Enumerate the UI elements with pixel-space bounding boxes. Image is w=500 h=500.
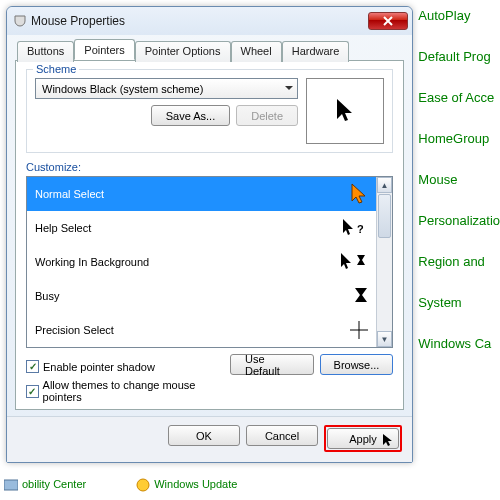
scroll-down-button[interactable]: ▼ bbox=[377, 331, 392, 347]
svg-text:?: ? bbox=[357, 223, 364, 235]
bg-link[interactable]: System bbox=[418, 295, 500, 310]
dialog-footer: OK Cancel Apply bbox=[7, 416, 412, 462]
enable-shadow-row[interactable]: ✓ Enable pointer shadow bbox=[26, 360, 230, 373]
control-panel-links: AutoPlay Default Prog Ease of Acce HomeG… bbox=[418, 0, 500, 351]
close-button[interactable] bbox=[368, 12, 408, 30]
customize-label: Customize: bbox=[26, 161, 393, 173]
list-item[interactable]: Help Select ? bbox=[27, 211, 376, 245]
control-panel-links-bottom: obility Center Windows Update bbox=[0, 476, 237, 492]
list-item-label: Precision Select bbox=[35, 324, 114, 336]
cursor-working-icon bbox=[340, 252, 368, 272]
apply-highlight: Apply bbox=[324, 425, 402, 452]
tab-buttons[interactable]: Buttons bbox=[17, 41, 74, 62]
browse-button[interactable]: Browse... bbox=[320, 354, 393, 375]
checkbox-label: Allow themes to change mouse pointers bbox=[43, 379, 230, 403]
bg-link[interactable]: Region and bbox=[418, 254, 500, 269]
bg-link[interactable]: Ease of Acce bbox=[418, 90, 500, 105]
tab-hardware[interactable]: Hardware bbox=[282, 41, 350, 62]
bg-link[interactable]: Windows Ca bbox=[418, 336, 500, 351]
list-item-label: Normal Select bbox=[35, 188, 104, 200]
cursor-busy-icon bbox=[354, 287, 368, 305]
list-item[interactable]: Busy bbox=[27, 279, 376, 313]
mouse-properties-dialog: Mouse Properties Buttons Pointers Pointe… bbox=[6, 6, 413, 463]
tab-pointer-options[interactable]: Pointer Options bbox=[135, 41, 231, 62]
cursor-arrow-orange-icon bbox=[350, 183, 368, 205]
tabstrip: Buttons Pointers Pointer Options Wheel H… bbox=[7, 35, 412, 60]
delete-button: Delete bbox=[236, 105, 298, 126]
list-item-label: Busy bbox=[35, 290, 59, 302]
save-as-button[interactable]: Save As... bbox=[151, 105, 231, 126]
bg-link[interactable]: Windows Update bbox=[136, 476, 237, 492]
titlebar[interactable]: Mouse Properties bbox=[7, 7, 412, 35]
pointer-list: Normal Select Help Select ? Working In B… bbox=[26, 176, 393, 348]
cancel-button[interactable]: Cancel bbox=[246, 425, 318, 446]
cursor-precision-icon bbox=[350, 321, 368, 339]
close-icon bbox=[382, 16, 394, 26]
checkbox-checked-icon[interactable]: ✓ bbox=[26, 385, 39, 398]
scroll-up-button[interactable]: ▲ bbox=[377, 177, 392, 193]
scheme-legend: Scheme bbox=[33, 63, 79, 75]
bg-link[interactable]: Personalizatio bbox=[418, 213, 500, 228]
tab-wheel[interactable]: Wheel bbox=[231, 41, 282, 62]
use-default-button[interactable]: Use Default bbox=[230, 354, 314, 375]
bg-link[interactable]: Mouse bbox=[418, 172, 500, 187]
list-item-label: Help Select bbox=[35, 222, 91, 234]
scroll-thumb[interactable] bbox=[378, 194, 391, 238]
scheme-group: Scheme Windows Black (system scheme) Sav… bbox=[26, 69, 393, 153]
svg-rect-0 bbox=[4, 480, 18, 490]
tab-pointers[interactable]: Pointers bbox=[74, 39, 134, 60]
list-item-label: Working In Background bbox=[35, 256, 149, 268]
cursor-arrow-icon bbox=[334, 97, 356, 125]
bg-link[interactable]: HomeGroup bbox=[418, 131, 500, 146]
bg-link[interactable]: obility Center bbox=[4, 476, 86, 492]
allow-themes-row[interactable]: ✓ Allow themes to change mouse pointers bbox=[26, 379, 230, 403]
pointer-preview bbox=[306, 78, 384, 144]
cursor-arrow-icon bbox=[382, 433, 394, 449]
list-item[interactable]: Normal Select bbox=[27, 177, 376, 211]
apply-button[interactable]: Apply bbox=[327, 428, 399, 449]
cursor-help-icon: ? bbox=[342, 218, 368, 238]
bg-link[interactable]: AutoPlay bbox=[418, 8, 500, 23]
scheme-value: Windows Black (system scheme) bbox=[42, 83, 203, 95]
checkbox-checked-icon[interactable]: ✓ bbox=[26, 360, 39, 373]
scheme-dropdown[interactable]: Windows Black (system scheme) bbox=[35, 78, 298, 99]
svg-point-1 bbox=[137, 479, 149, 491]
ok-button[interactable]: OK bbox=[168, 425, 240, 446]
window-title: Mouse Properties bbox=[31, 14, 368, 28]
scrollbar[interactable]: ▲ ▼ bbox=[376, 177, 392, 347]
list-item[interactable]: Precision Select bbox=[27, 313, 376, 347]
tab-panel: Scheme Windows Black (system scheme) Sav… bbox=[15, 60, 404, 410]
checkbox-label: Enable pointer shadow bbox=[43, 361, 155, 373]
list-item[interactable]: Working In Background bbox=[27, 245, 376, 279]
bg-link[interactable]: Default Prog bbox=[418, 49, 500, 64]
mouse-icon bbox=[13, 14, 27, 28]
